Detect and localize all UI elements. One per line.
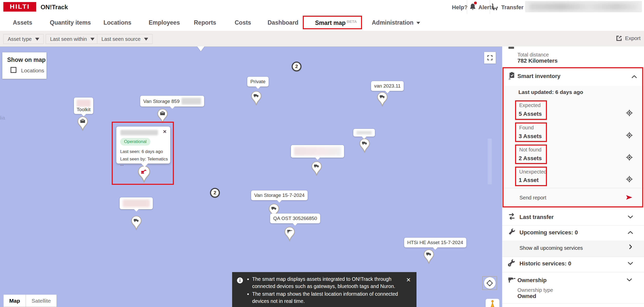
topbar-divider <box>490 0 490 14</box>
locate-on-map-icon[interactable] <box>626 109 633 117</box>
inventory-row-label: Not found <box>519 147 542 153</box>
chevron-down-icon[interactable] <box>628 262 633 265</box>
map-pin-unlabeled-van[interactable] <box>359 138 370 153</box>
map-pin-blurred-asset[interactable] <box>131 216 142 230</box>
locate-on-map-icon[interactable] <box>626 154 633 161</box>
map-pin-private[interactable] <box>251 91 262 105</box>
filter-label: Asset type <box>8 36 32 42</box>
map-pin-van-2023-11[interactable] <box>377 92 388 106</box>
fullscreen-button[interactable] <box>484 52 496 64</box>
map-label-htsi-he-asset[interactable]: HTSi HE Asset 15-7-2024 <box>404 238 466 247</box>
locate-on-map-icon[interactable] <box>626 176 633 183</box>
pegman-control[interactable] <box>486 299 499 307</box>
chevron-down-icon <box>416 22 420 24</box>
divider <box>502 303 644 304</box>
thumbnail-blur <box>77 100 91 107</box>
chevron-down-icon[interactable] <box>628 215 633 219</box>
inventory-row-label: Expected <box>519 102 541 108</box>
map-label-toolkit[interactable]: Toolkit <box>74 98 93 114</box>
map-label-van-storage-15-7-2024[interactable]: Van Storage 15-7-2024 <box>251 190 308 200</box>
nav-tab-quantity-items[interactable]: Quantity items <box>50 19 91 26</box>
map-type-satellite-button[interactable]: Satellite <box>26 294 57 307</box>
ownership-icon <box>508 276 516 284</box>
hilti-logo[interactable]: HILTI <box>3 2 36 12</box>
nav-tab-assets[interactable]: Assets <box>13 19 32 26</box>
show-all-upcoming-label[interactable]: Show all upcoming services <box>519 245 583 251</box>
smart-map-label: Smart map <box>315 20 346 26</box>
nav-tab-locations[interactable]: Locations <box>103 19 131 26</box>
export-icon <box>616 35 622 42</box>
map-pin-selected-excavator[interactable] <box>137 166 151 183</box>
user-account-area-redacted[interactable] <box>525 1 642 12</box>
chevron-up-icon[interactable] <box>631 75 637 78</box>
map-label-qa-ost[interactable]: QA OST 305266850 <box>270 214 320 223</box>
nav-tab-employees[interactable]: Employees <box>149 19 180 26</box>
filter-last-seen-source[interactable]: Last seen source <box>97 34 153 44</box>
app-root: HILTI ON!Track Help? Alerts Transfer car… <box>0 0 644 307</box>
show-on-map-panel: Show on map Locations <box>2 52 46 79</box>
map-pin-van-storage-859[interactable] <box>157 109 168 123</box>
send-report-button[interactable]: Send report <box>519 195 546 201</box>
transfer-cart-icon[interactable] <box>491 3 499 11</box>
historic-services-title: Historic services: 0 <box>519 260 571 267</box>
drill-icon <box>287 229 292 234</box>
map-label-blurred[interactable] <box>120 197 153 209</box>
help-link[interactable]: Help? <box>452 4 468 11</box>
filter-asset-type[interactable]: Asset type <box>3 34 44 44</box>
map-pin-blurred-location[interactable] <box>311 161 322 176</box>
map-cluster-marker[interactable]: 2 <box>210 188 220 198</box>
divider <box>502 272 644 272</box>
chevron-right-icon[interactable] <box>629 244 632 250</box>
nav-tab-dashboard[interactable]: Dashboard <box>268 19 298 26</box>
smart-inventory-icon <box>508 72 516 80</box>
nav-tab-reports[interactable]: Reports <box>194 19 216 26</box>
administration-label: Administration <box>372 19 413 26</box>
map-type-map-button[interactable]: Map <box>3 294 26 307</box>
historic-services-icon <box>507 259 516 267</box>
truck-icon <box>380 94 385 99</box>
show-on-map-title: Show on map <box>7 56 46 63</box>
map-cluster-marker[interactable]: 2 <box>292 62 301 71</box>
toast-close-icon[interactable]: ✕ <box>406 277 411 283</box>
inventory-row-label: Found <box>519 125 534 131</box>
map-pin-qa-ost[interactable] <box>284 227 295 241</box>
nav-tab-smart-map[interactable]: Smart mapBETA <box>315 19 357 26</box>
chevron-up-icon[interactable] <box>628 231 633 234</box>
map-pin-htsi-he-asset[interactable] <box>423 249 434 264</box>
marker-label: Van Storage 15-7-2024 <box>254 193 305 198</box>
map-label-blurred-wide[interactable] <box>291 145 344 158</box>
hilti-logo-text: HILTI <box>10 3 30 11</box>
total-distance-label: Total distance <box>517 52 549 58</box>
marker-label: Private <box>250 79 266 84</box>
map-label-private[interactable]: Private <box>247 77 269 87</box>
popup-tail <box>141 163 148 167</box>
map-label-blurred[interactable] <box>353 129 375 137</box>
dropdown-arrow-icon <box>90 38 94 41</box>
map-geo-label: dia <box>0 115 5 121</box>
nav-tab-administration[interactable]: Administration <box>372 19 420 26</box>
pan-control[interactable] <box>482 276 497 290</box>
filter-last-seen-within[interactable]: Last seen within <box>46 34 99 44</box>
inventory-row-label: Unexpected <box>519 169 547 175</box>
map-pin-toolkit[interactable] <box>77 116 88 131</box>
truck-icon <box>271 206 277 211</box>
product-title: ON!Track <box>41 4 68 11</box>
export-button[interactable]: Export <box>616 35 641 42</box>
send-report-icon[interactable] <box>626 194 633 201</box>
map-pin-partial[interactable] <box>197 46 204 51</box>
popup-title-redacted <box>120 130 158 135</box>
inventory-row-value: 1 Asset <box>519 177 538 184</box>
map-label-van-storage-859[interactable]: Van Storage 859 <box>140 96 204 107</box>
ownership-type-value: Owned <box>517 293 536 300</box>
truck-icon <box>253 93 259 98</box>
top-bar: HILTI ON!Track Help? Alerts Transfer car… <box>0 0 644 14</box>
map-label-van-2023-11[interactable]: van 2023.11 <box>371 81 404 91</box>
locations-checkbox[interactable] <box>11 67 16 73</box>
locate-on-map-icon[interactable] <box>626 132 633 139</box>
asset-details-sidebar: Total distance 782 Kilometers Smart inve… <box>502 46 644 307</box>
nav-tab-costs[interactable]: Costs <box>235 19 251 26</box>
marker-label: Van Storage 859 <box>143 99 179 104</box>
chevron-down-icon[interactable] <box>627 278 632 282</box>
popup-close-icon[interactable]: ✕ <box>163 129 167 135</box>
map-canvas[interactable]: dia Show on map Locations <box>0 46 502 307</box>
